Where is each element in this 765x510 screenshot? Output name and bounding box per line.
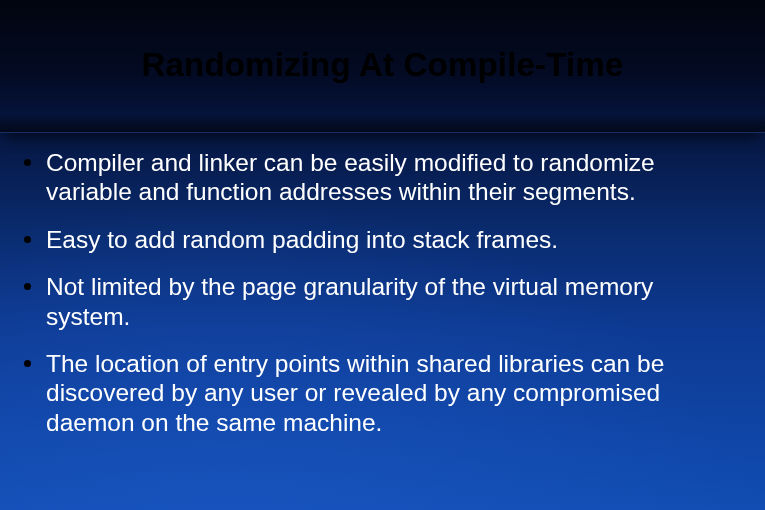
bullet-list: Compiler and linker can be easily modifi… (20, 148, 737, 437)
title-divider (0, 105, 765, 133)
bullet-icon (24, 360, 31, 367)
list-item: Not limited by the page granularity of t… (20, 272, 737, 331)
title-area: Randomizing At Compile-Time (0, 0, 765, 84)
bullet-icon (24, 283, 31, 290)
bullet-text: The location of entry points within shar… (46, 350, 664, 436)
bullet-icon (24, 236, 31, 243)
bullet-icon (24, 159, 31, 166)
slide-title: Randomizing At Compile-Time (0, 46, 765, 84)
slide: Randomizing At Compile-Time Compiler and… (0, 0, 765, 510)
bullet-text: Easy to add random padding into stack fr… (46, 226, 558, 253)
list-item: Easy to add random padding into stack fr… (20, 225, 737, 254)
list-item: The location of entry points within shar… (20, 349, 737, 437)
list-item: Compiler and linker can be easily modifi… (20, 148, 737, 207)
bullet-text: Not limited by the page granularity of t… (46, 273, 653, 329)
content-area: Compiler and linker can be easily modifi… (20, 148, 737, 437)
bullet-text: Compiler and linker can be easily modifi… (46, 149, 655, 205)
